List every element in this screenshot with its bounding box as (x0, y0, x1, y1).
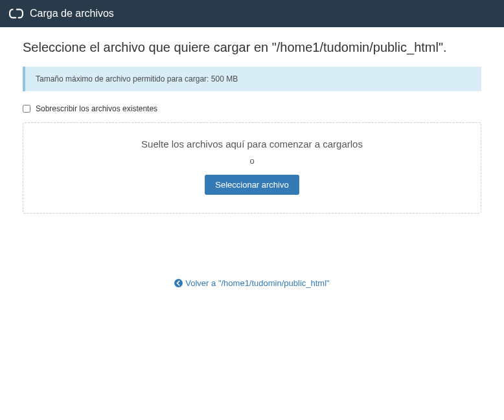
cpanel-icon (9, 6, 23, 21)
max-filesize-info: Tamaño máximo de archivo permitido para … (23, 67, 481, 91)
header-title: Carga de archivos (30, 8, 114, 19)
main-content: Seleccione el archivo que quiere cargar … (0, 27, 504, 303)
page-title: Seleccione el archivo que quiere cargar … (23, 40, 481, 55)
dropzone-instruction: Suelte los archivos aquí para comenzar a… (36, 138, 468, 149)
dropzone-or: o (36, 156, 468, 166)
svg-point-0 (174, 279, 183, 287)
arrow-left-circle-icon (174, 279, 183, 287)
file-dropzone[interactable]: Suelte los archivos aquí para comenzar a… (23, 122, 481, 214)
return-link[interactable]: Volver a "/home1/tudomin/public_html" (174, 278, 329, 288)
select-file-button[interactable]: Seleccionar archivo (205, 175, 299, 195)
overwrite-option: Sobrescribir los archivos existentes (23, 104, 481, 113)
return-link-container: Volver a "/home1/tudomin/public_html" (23, 278, 481, 290)
overwrite-checkbox[interactable] (23, 105, 30, 113)
overwrite-label: Sobrescribir los archivos existentes (36, 104, 157, 113)
return-link-text: Volver a "/home1/tudomin/public_html" (185, 278, 329, 288)
app-header: Carga de archivos (0, 0, 504, 27)
